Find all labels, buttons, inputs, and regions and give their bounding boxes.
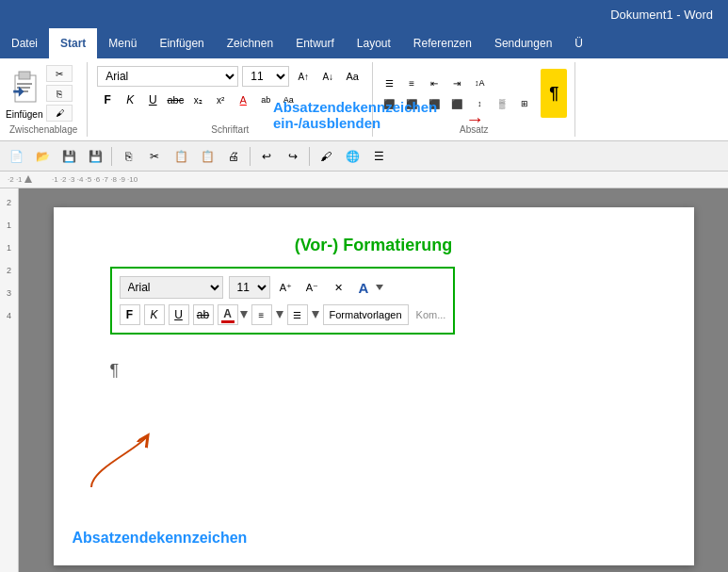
svg-marker-5 bbox=[376, 285, 383, 290]
indent-button[interactable]: ⇥ bbox=[446, 74, 467, 92]
underline-button[interactable]: U bbox=[142, 90, 163, 110]
mini-size-dropdown[interactable]: 11 bbox=[229, 276, 270, 299]
mini-color-a: A bbox=[359, 280, 386, 296]
menu-qt-button[interactable]: ☰ bbox=[366, 145, 391, 168]
outdent-button[interactable]: ⇤ bbox=[424, 74, 445, 92]
document-page: (Vor-) Formatierung Arial 11 A⁺ A⁻ ✕ bbox=[54, 207, 694, 565]
ribbon-tabs: Datei Start Menü Einfügen Zeichnen Entwu… bbox=[0, 28, 728, 58]
clear-format-button[interactable]: Aa bbox=[342, 66, 363, 87]
clipboard-content: Einfügen ✂ ⎘ 🖌 bbox=[6, 64, 81, 123]
grow-font-button[interactable]: A↑ bbox=[293, 66, 314, 87]
clipboard-group: Einfügen ✂ ⎘ 🖌 Zwischenablage bbox=[0, 62, 88, 137]
font-settings-button[interactable]: Aa bbox=[278, 90, 299, 110]
format-painter-button[interactable]: 🖌 bbox=[46, 105, 73, 122]
brush-button[interactable]: 🖌 bbox=[314, 145, 338, 168]
ruler-left-margin: ·2 ·1 bbox=[8, 175, 23, 184]
cut-qt-button[interactable]: ✂ bbox=[142, 145, 167, 168]
color-a-label: A bbox=[223, 307, 232, 320]
sort-button[interactable]: ↕A bbox=[469, 74, 490, 92]
align-center-button[interactable]: ⬛ bbox=[401, 94, 422, 113]
mini-list-button[interactable]: ≡ bbox=[251, 304, 272, 325]
globe-button[interactable]: 🌐 bbox=[340, 145, 364, 168]
color-underline bbox=[221, 320, 235, 323]
tab-entwurf[interactable]: Entwurf bbox=[284, 28, 346, 58]
mini-clear-button[interactable]: ✕ bbox=[329, 277, 349, 298]
numbering-button[interactable]: ≡ bbox=[401, 74, 422, 92]
mini-ribbon-row2: F K U ab A ≡ bbox=[120, 304, 446, 325]
tab-einfuegen[interactable]: Einfügen bbox=[148, 28, 215, 58]
cut-button[interactable]: ✂ bbox=[46, 65, 73, 82]
quick-toolbar: 📄 📂 💾 💾 ⎘ ✂ 📋 📋 🖨 ↩ ↪ 🖌 🌐 ☰ bbox=[0, 141, 728, 172]
page-area: (Vor-) Formatierung Arial 11 A⁺ A⁻ ✕ bbox=[19, 188, 728, 572]
font-group-content: Arial 11 A↑ A↓ Aa F K U abc x₂ x² A ab A… bbox=[93, 64, 366, 112]
justify-button[interactable]: ⬛ bbox=[446, 94, 467, 113]
align-left-button[interactable]: ⬛ bbox=[379, 94, 399, 113]
italic-button[interactable]: K bbox=[120, 90, 140, 110]
mini-strikethrough-button[interactable]: ab bbox=[193, 304, 214, 325]
undo-button[interactable]: ↩ bbox=[254, 145, 279, 168]
new-button[interactable]: 📄 bbox=[4, 145, 28, 168]
copy-button[interactable]: ⎘ bbox=[46, 85, 73, 102]
tab-referenzen[interactable]: Referenzen bbox=[402, 28, 483, 58]
para-row1: ☰ ≡ ⇤ ⇥ ↕A bbox=[379, 74, 535, 92]
tab-layout[interactable]: Layout bbox=[346, 28, 402, 58]
strikethrough-button[interactable]: abc bbox=[165, 90, 186, 110]
tab-menu[interactable]: Menü bbox=[97, 28, 148, 58]
align-right-button[interactable]: ⬛ bbox=[424, 94, 445, 113]
highlight-button[interactable]: ab bbox=[255, 90, 276, 110]
subscript-button[interactable]: x₂ bbox=[187, 90, 208, 110]
tab-zeichnen[interactable]: Zeichnen bbox=[216, 28, 284, 58]
pilcrow-button[interactable]: ¶ bbox=[541, 69, 567, 118]
svg-marker-8 bbox=[312, 311, 319, 319]
font-color-button[interactable]: A bbox=[233, 90, 253, 110]
mini-numbering-button[interactable]: ☰ bbox=[287, 304, 308, 325]
save-button[interactable]: 💾 bbox=[57, 145, 81, 168]
mini-shrink-button[interactable]: A⁻ bbox=[302, 277, 323, 298]
mini-bold-button[interactable]: F bbox=[120, 304, 140, 325]
copy-qt-button[interactable]: ⎘ bbox=[116, 145, 140, 168]
borders-button[interactable]: ⊞ bbox=[514, 94, 535, 113]
svg-rect-2 bbox=[17, 83, 32, 85]
clipboard-paste[interactable]: Einfügen bbox=[6, 68, 42, 120]
tab-sendungen[interactable]: Sendungen bbox=[483, 28, 563, 58]
left-ruler: 2 1 1 2 3 4 bbox=[0, 188, 19, 572]
font-size-dropdown[interactable]: 11 bbox=[242, 66, 289, 87]
shrink-font-button[interactable]: A↓ bbox=[317, 66, 338, 87]
mini-font-color-button[interactable]: A bbox=[218, 304, 238, 325]
save2-button[interactable]: 💾 bbox=[83, 145, 107, 168]
para-row2: ⬛ ⬛ ⬛ ⬛ ↕ ▒ ⊞ bbox=[379, 94, 535, 113]
shading-button[interactable]: ▒ bbox=[492, 94, 512, 113]
redo-button[interactable]: ↪ bbox=[281, 145, 305, 168]
bottom-annotation-text: Absatzendekennzeichen bbox=[73, 530, 248, 546]
superscript-button[interactable]: x² bbox=[210, 90, 231, 110]
print-button[interactable]: 🖨 bbox=[221, 145, 246, 168]
paragraph-group: ☰ ≡ ⇤ ⇥ ↕A ⬛ ⬛ ⬛ ⬛ ↕ ▒ ⊞ ¶ Absatz bbox=[373, 62, 575, 137]
open-button[interactable]: 📂 bbox=[30, 145, 55, 168]
einfuegen-label: Einfügen bbox=[6, 109, 42, 120]
tab-ue[interactable]: Ü bbox=[563, 28, 594, 58]
toolbar-separator3 bbox=[309, 147, 310, 166]
toolbar-separator1 bbox=[111, 147, 112, 166]
paste2-qt-button[interactable]: 📋 bbox=[195, 145, 219, 168]
line-spacing-button[interactable]: ↕ bbox=[469, 94, 490, 113]
paragraph-group-label: Absatz bbox=[379, 123, 569, 135]
font-group: Arial 11 A↑ A↓ Aa F K U abc x₂ x² A ab A… bbox=[88, 62, 373, 137]
mini-grow-button[interactable]: A⁺ bbox=[276, 277, 297, 298]
title-bar: Dokument1 - Word bbox=[0, 0, 728, 28]
mini-underline-button[interactable]: U bbox=[169, 304, 189, 325]
tab-stop-marker bbox=[24, 175, 32, 183]
bold-button[interactable]: F bbox=[97, 90, 118, 110]
paste-qt-button[interactable]: 📋 bbox=[169, 145, 193, 168]
bullets-button[interactable]: ☰ bbox=[379, 74, 399, 92]
mini-styles-button[interactable]: Formatvorlagen bbox=[323, 304, 409, 325]
font-name-dropdown[interactable]: Arial bbox=[97, 66, 238, 87]
mini-font-dropdown[interactable]: Arial bbox=[120, 276, 223, 299]
tab-datei[interactable]: Datei bbox=[0, 28, 49, 58]
tab-start[interactable]: Start bbox=[49, 28, 97, 58]
arrow-container bbox=[82, 431, 157, 490]
mini-ribbon-box: Arial 11 A⁺ A⁻ ✕ A F bbox=[110, 267, 456, 335]
clipboard-sub-icons: ✂ ⎘ 🖌 bbox=[46, 65, 73, 122]
mini-list-arrow bbox=[276, 311, 283, 319]
clipboard-group-label: Zwischenablage bbox=[6, 123, 81, 135]
mini-italic-button[interactable]: K bbox=[144, 304, 165, 325]
